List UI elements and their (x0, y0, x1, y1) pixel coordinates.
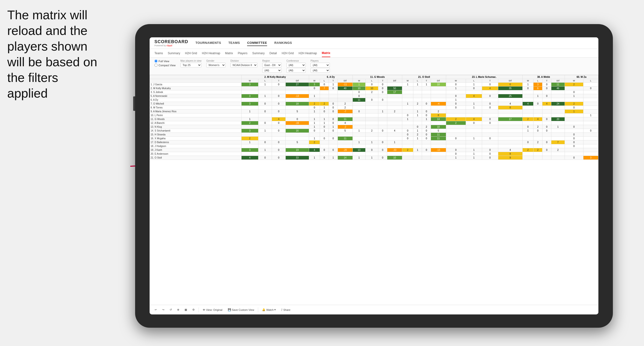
matrix-cell (272, 114, 286, 117)
matrix-cell: -4 (431, 102, 446, 106)
compact-view-input[interactable] (154, 64, 158, 67)
matrix-cell (241, 98, 258, 102)
matrix-cell: 0 (542, 129, 551, 133)
matrix-cell: 0 (329, 102, 338, 106)
max-players-select[interactable]: Top 25 (180, 63, 202, 67)
matrix-cell (564, 121, 583, 125)
watch-btn[interactable]: 🔔 Watch ▾ (260, 308, 277, 312)
matrix-cell (353, 114, 366, 117)
matrix-cell (542, 110, 551, 114)
matrix-cell: -33 (387, 148, 402, 152)
settings-btn[interactable]: ⚙ (191, 308, 196, 312)
nav-tournaments[interactable]: TOURNAMENTS (196, 40, 221, 46)
players-sub-select[interactable]: (All) (310, 68, 330, 73)
matrix-cell: 0 (542, 117, 551, 121)
matrix-cell (413, 86, 422, 90)
undo-btn[interactable]: ↩ (153, 308, 158, 312)
subnav-matrix[interactable]: Matrix (225, 50, 233, 57)
view-original-btn[interactable]: 👁 View: Original (201, 308, 224, 312)
matrix-cell: 0 (446, 94, 466, 98)
matrix-cell (551, 106, 564, 110)
zoom-btn[interactable]: ⊕ (176, 308, 181, 312)
share-btn[interactable]: ⤴ Share (280, 308, 292, 312)
col-kelly-mulcahy: 2. M Kelly Mulcahy (241, 75, 309, 79)
player-name-cell: 17. D Ballesteros (150, 141, 242, 144)
matrix-cell: 0 (320, 137, 329, 141)
subnav-detail[interactable]: Detail (270, 50, 277, 57)
matrix-cell (286, 86, 309, 90)
region-select[interactable]: East - DII (262, 63, 282, 67)
matrix-cell (413, 106, 422, 110)
matrix-cell (498, 125, 522, 129)
matrix-cell (534, 98, 542, 102)
matrix-cell: 0 (542, 148, 551, 152)
matrix-cell: 18 (286, 102, 309, 106)
matrix-cell (387, 102, 402, 106)
redo-btn[interactable]: ↪ (161, 308, 166, 312)
matrix-cell: 0 (402, 137, 413, 141)
table-row: 16. X Mcgaha210011010110100 (150, 137, 598, 141)
save-custom-btn[interactable]: 💾 Save Custom View (226, 308, 256, 312)
subnav-h2h-heatmap[interactable]: H2H Heatmap (202, 50, 220, 57)
subnav-h2h-grid2[interactable]: H2H Grid (282, 50, 294, 57)
subnav-players[interactable]: Players (238, 50, 247, 57)
conference-sub-select[interactable]: (All) (286, 68, 306, 73)
layout-btn[interactable]: ▦ (183, 308, 188, 312)
matrix-cell (482, 144, 498, 148)
matrix-cell: 8 (498, 106, 522, 110)
matrix-cell (241, 86, 258, 90)
matrix-cell: 0 (309, 129, 320, 133)
matrix-cell: 6 (498, 83, 522, 86)
region-sub-select[interactable]: (All) (262, 68, 282, 73)
subnav-matrix2[interactable]: Matrix (322, 49, 330, 57)
full-view-radio[interactable]: Full View (154, 59, 176, 63)
compact-view-radio[interactable]: Compact View (154, 64, 176, 67)
matrix-cell: 0 (272, 141, 286, 144)
refresh-btn[interactable]: ↺ (168, 308, 173, 312)
matrix-cell: 13 (353, 148, 366, 152)
matrix-cell (258, 125, 272, 129)
subnav-h2h-heatmap2[interactable]: H2H Heatmap (298, 50, 317, 57)
conference-select[interactable]: (All) (286, 63, 306, 67)
col-a-webb: 38. A Webb (522, 75, 564, 79)
matrix-cell: 0 (564, 106, 583, 110)
matrix-cell (320, 144, 329, 148)
matrix-cell: 2 (534, 148, 542, 152)
matrix-cell: 0 (564, 137, 583, 141)
matrix-cell (534, 152, 542, 156)
matrix-cell (378, 125, 387, 129)
matrix-cell: 2 (446, 121, 466, 125)
subnav-summary2[interactable]: Summary (252, 50, 264, 57)
matrix-cell (338, 141, 353, 144)
matrix-cell (551, 129, 564, 133)
players-select[interactable]: (All) (310, 63, 330, 67)
matrix-cell (564, 86, 583, 90)
matrix-container[interactable]: 2. M Kelly Mulcahy 6. A Dy 11. G Woods 2… (150, 75, 598, 224)
subnav-h2h-grid[interactable]: H2H Grid (185, 50, 197, 57)
nav-teams[interactable]: TEAMS (228, 40, 240, 46)
subnav-teams[interactable]: Teams (154, 50, 163, 57)
full-view-input[interactable] (154, 59, 158, 63)
matrix-cell: 0 (329, 86, 338, 90)
matrix-cell (366, 137, 378, 141)
matrix-cell: 1 (320, 106, 329, 110)
table-row: 2. M Kelly Mulcahy0704010100501043506046… (150, 86, 598, 90)
division-select[interactable]: NCAA Division II (230, 63, 258, 67)
matrix-cell: 2 (431, 110, 446, 114)
matrix-cell: 10 (366, 86, 378, 90)
matrix-cell (522, 106, 534, 110)
nav-rankings[interactable]: RANKINGS (274, 40, 292, 46)
nav-committee[interactable]: COMMITTEE (247, 40, 267, 46)
matrix-cell (422, 141, 431, 144)
matrix-cell: 0 (258, 156, 272, 160)
gender-filter: Gender Women's (206, 59, 226, 67)
gender-select[interactable]: Women's (206, 63, 226, 67)
matrix-cell: 2 (241, 121, 258, 125)
matrix-cell (402, 110, 413, 114)
matrix-cell: 0 (542, 141, 551, 144)
matrix-cell (498, 144, 522, 148)
matrix-cell: 0 (482, 137, 498, 141)
subnav-summary[interactable]: Summary (168, 50, 180, 57)
matrix-cell (522, 133, 534, 137)
matrix-cell (272, 90, 286, 94)
